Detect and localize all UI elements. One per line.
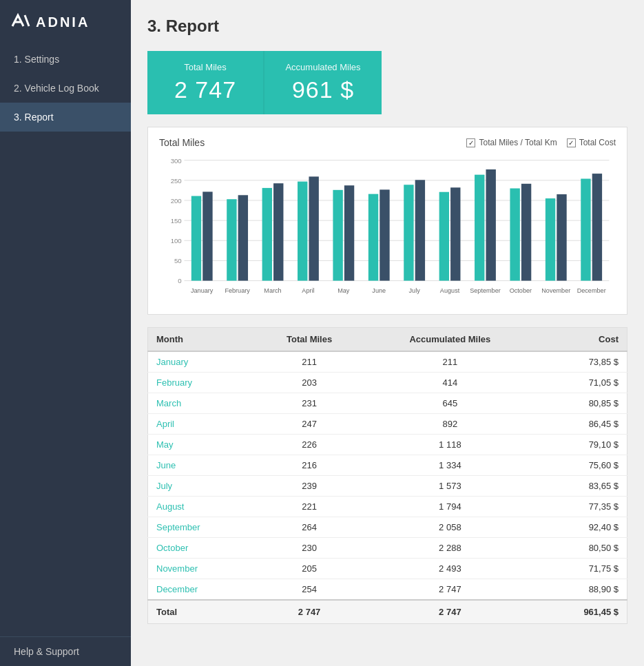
cell-total-miles: 230 bbox=[255, 538, 364, 559]
svg-text:December: December bbox=[577, 287, 606, 294]
cell-acc-miles: 211 bbox=[364, 351, 537, 373]
cell-acc-miles: 645 bbox=[364, 393, 537, 414]
table-row: January 211 211 73,85 $ bbox=[148, 351, 627, 373]
chart-container: Total Miles ✓ Total Miles / Total Km ✓ T… bbox=[147, 127, 627, 315]
cell-month: August bbox=[148, 497, 255, 517]
legend-total-miles-label: Total Miles / Total Km bbox=[479, 138, 557, 147]
cell-total-miles: 216 bbox=[255, 455, 364, 476]
cell-month: February bbox=[148, 373, 255, 393]
cell-month: September bbox=[148, 517, 255, 538]
chart-header: Total Miles ✓ Total Miles / Total Km ✓ T… bbox=[159, 137, 616, 148]
logo-icon bbox=[11, 12, 30, 32]
svg-rect-22 bbox=[262, 188, 272, 281]
cell-month: April bbox=[148, 414, 255, 435]
cell-cost: 88,90 $ bbox=[536, 579, 627, 601]
cell-acc-miles: 2 493 bbox=[364, 559, 537, 579]
table-row: February 203 414 71,05 $ bbox=[148, 373, 627, 393]
cell-acc-miles: 892 bbox=[364, 414, 537, 435]
cell-month: January bbox=[148, 351, 255, 373]
svg-rect-25 bbox=[298, 182, 307, 281]
table-row: May 226 1 118 79,10 $ bbox=[148, 435, 627, 455]
cell-month: July bbox=[148, 476, 255, 497]
svg-rect-20 bbox=[238, 195, 248, 280]
table-row: July 239 1 573 83,65 $ bbox=[148, 476, 627, 497]
cell-total-miles: 239 bbox=[255, 476, 364, 497]
svg-text:50: 50 bbox=[174, 257, 182, 264]
svg-text:100: 100 bbox=[171, 237, 182, 244]
cell-total-miles: 211 bbox=[255, 351, 364, 373]
cell-acc-miles: 1 334 bbox=[364, 455, 537, 476]
total-miles-value: 2 747 bbox=[174, 76, 236, 103]
svg-text:August: August bbox=[440, 287, 460, 294]
col-cost: Cost bbox=[536, 328, 627, 352]
svg-rect-29 bbox=[344, 185, 354, 280]
sidebar-item-help-support[interactable]: Help & Support bbox=[0, 636, 131, 666]
cell-total-miles: 247 bbox=[255, 414, 364, 435]
svg-rect-41 bbox=[486, 169, 495, 281]
sidebar-item-vehicle-log-book[interactable]: 2. Vehicle Log Book bbox=[0, 74, 131, 103]
cell-acc-miles: 414 bbox=[364, 373, 537, 393]
cell-month: October bbox=[148, 538, 255, 559]
svg-text:250: 250 bbox=[171, 177, 182, 185]
table-row: August 221 1 794 77,35 $ bbox=[148, 497, 627, 517]
legend-total-miles: ✓ Total Miles / Total Km bbox=[466, 138, 557, 147]
svg-rect-32 bbox=[380, 189, 389, 280]
cell-acc-miles: 1 573 bbox=[364, 476, 537, 497]
legend-total-miles-checkbox[interactable]: ✓ bbox=[466, 138, 475, 147]
svg-text:300: 300 bbox=[171, 157, 182, 165]
chart-title: Total Miles bbox=[159, 137, 205, 148]
cell-acc-miles: 1 794 bbox=[364, 497, 537, 517]
legend-total-cost-checkbox[interactable]: ✓ bbox=[567, 138, 576, 147]
table-row: December 254 2 747 88,90 $ bbox=[148, 579, 627, 601]
sidebar-item-settings[interactable]: 1. Settings bbox=[0, 45, 131, 74]
footer-cost: 961,45 $ bbox=[536, 600, 627, 624]
footer-label: Total bbox=[148, 600, 255, 624]
svg-line-1 bbox=[25, 15, 29, 26]
table-row: June 216 1 334 75,60 $ bbox=[148, 455, 627, 476]
cell-total-miles: 231 bbox=[255, 393, 364, 414]
svg-text:May: May bbox=[337, 287, 350, 294]
svg-rect-46 bbox=[546, 198, 555, 281]
cell-acc-miles: 1 118 bbox=[364, 435, 537, 455]
svg-text:February: February bbox=[225, 287, 250, 294]
svg-rect-37 bbox=[439, 192, 449, 281]
svg-rect-50 bbox=[592, 174, 602, 280]
cell-month: March bbox=[148, 393, 255, 414]
svg-rect-28 bbox=[333, 190, 342, 281]
svg-text:200: 200 bbox=[171, 197, 182, 205]
sidebar-item-report[interactable]: 3. Report bbox=[0, 103, 131, 132]
cell-cost: 80,50 $ bbox=[536, 538, 627, 559]
footer-total-miles: 2 747 bbox=[255, 600, 364, 624]
svg-text:October: October bbox=[510, 287, 532, 294]
table-total-row: Total 2 747 2 747 961,45 $ bbox=[148, 600, 627, 624]
logo-area: ADNIA bbox=[0, 0, 131, 45]
svg-rect-17 bbox=[202, 191, 212, 280]
accumulated-miles-value: 961 $ bbox=[292, 76, 354, 103]
svg-text:November: November bbox=[541, 287, 570, 294]
svg-text:April: April bbox=[302, 287, 314, 294]
logo-text: ADNIA bbox=[36, 14, 90, 30]
col-month: Month bbox=[148, 328, 255, 352]
svg-text:June: June bbox=[372, 287, 386, 294]
cell-total-miles: 254 bbox=[255, 579, 364, 601]
cell-cost: 92,40 $ bbox=[536, 517, 627, 538]
svg-rect-43 bbox=[510, 188, 519, 280]
cell-cost: 71,05 $ bbox=[536, 373, 627, 393]
legend-total-cost-label: Total Cost bbox=[579, 138, 616, 147]
cell-acc-miles: 2 058 bbox=[364, 517, 537, 538]
svg-rect-47 bbox=[557, 194, 566, 280]
svg-text:150: 150 bbox=[171, 217, 182, 225]
data-table: Month Total Miles Accumulated Miles Cost… bbox=[147, 327, 627, 624]
cell-total-miles: 203 bbox=[255, 373, 364, 393]
col-total-miles: Total Miles bbox=[255, 328, 364, 352]
svg-text:March: March bbox=[264, 287, 281, 294]
summary-cards: Total Miles 2 747 Accumulated Miles 961 … bbox=[147, 51, 627, 114]
cell-cost: 73,85 $ bbox=[536, 351, 627, 373]
svg-text:0: 0 bbox=[178, 277, 181, 284]
accumulated-miles-card: Accumulated Miles 961 $ bbox=[264, 51, 382, 114]
svg-text:January: January bbox=[191, 287, 214, 294]
legend-total-cost: ✓ Total Cost bbox=[567, 138, 616, 147]
total-miles-card: Total Miles 2 747 bbox=[147, 51, 264, 114]
table-row: October 230 2 288 80,50 $ bbox=[148, 538, 627, 559]
cell-total-miles: 205 bbox=[255, 559, 364, 579]
